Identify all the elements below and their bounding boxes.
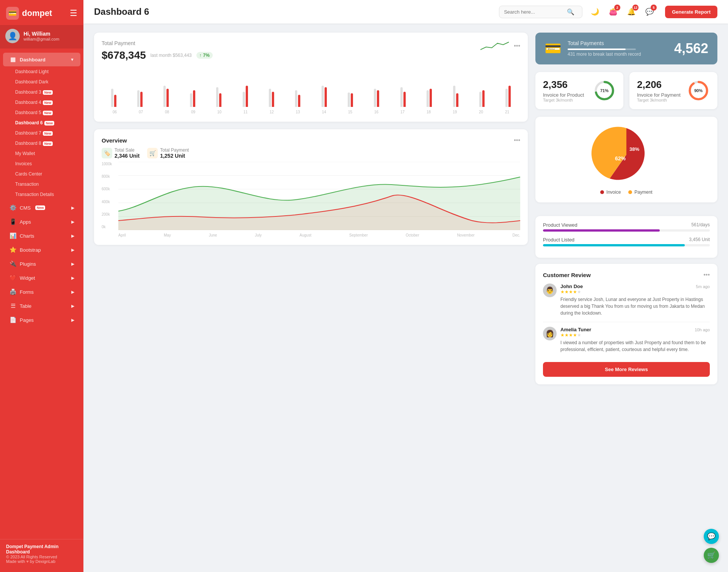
- bar-label-2: 08: [154, 110, 180, 114]
- topbar-icons: 🌙 👛 2 🔔 12 💬 5 Generate Report: [588, 5, 717, 18]
- payment-dot: [628, 190, 632, 194]
- sidebar-item-forms[interactable]: 🖨️ Forms ▶: [3, 285, 80, 299]
- cart-float-button[interactable]: 🛒: [704, 548, 719, 563]
- bar-chart-area: 06070809101112131415161718192021: [102, 69, 520, 114]
- support-float-button[interactable]: 💬: [704, 529, 719, 544]
- sidebar-logo[interactable]: 💳 dompet: [6, 7, 52, 20]
- y-axis: 1000k 800k 600k 400k 200k 0k: [102, 162, 118, 237]
- sidebar-item-invoices[interactable]: Invoices: [3, 159, 80, 169]
- review-item-2: 👩 Amelia Tuner 10h ago ★★★★★ I viewed a …: [543, 327, 710, 353]
- sidebar-item-cards-center[interactable]: Cards Center: [3, 169, 80, 179]
- banner-progress: [568, 49, 636, 50]
- sidebar-item-dashboard-5[interactable]: Dashboard 5New: [3, 108, 80, 118]
- sidebar-item-table[interactable]: ☰ Table ▶: [3, 299, 80, 313]
- product-listed-label: Product Listed: [543, 237, 574, 243]
- sidebar-item-dashboard[interactable]: ▦ Dashboard ▼: [3, 53, 80, 66]
- bar-label-13: 19: [442, 110, 468, 114]
- trend-sparkline: [480, 40, 511, 52]
- forms-icon: 🖨️: [9, 288, 17, 295]
- forms-arrow: ▶: [71, 290, 74, 295]
- y-label-1000k: 1000k: [102, 162, 117, 166]
- red-bar-7: [298, 95, 300, 107]
- sidebar-item-dashboard-4[interactable]: Dashboard 4New: [3, 97, 80, 107]
- x-august: August: [300, 233, 311, 237]
- bar-label-4: 10: [206, 110, 232, 114]
- card-title: Total Payment: [102, 40, 213, 46]
- product-listed-row: Product Listed 3,456 Unit: [543, 237, 710, 246]
- overview-legend: 🏷️ Total Sale 2,346 Unit 🛒 Total Payment…: [102, 147, 520, 159]
- red-bar-5: [246, 86, 248, 107]
- apps-icon: 📱: [9, 218, 17, 225]
- page-title: Dashboard 6: [94, 6, 499, 17]
- moon-icon: 🌙: [591, 8, 599, 16]
- overview-more-icon[interactable]: •••: [514, 137, 520, 144]
- bar-group-5: [233, 86, 257, 107]
- sidebar-item-dashboard-3[interactable]: Dashboard 3New: [3, 87, 80, 97]
- table-icon: ☰: [9, 302, 17, 309]
- sidebar-item-transaction-details[interactable]: Transaction Details: [3, 190, 80, 199]
- sidebar-user: 👤 Hi, William william@gmail.com: [0, 25, 83, 49]
- product-viewed-fill: [543, 229, 660, 232]
- notification-button[interactable]: 🔔 12: [625, 5, 638, 18]
- cart-icon: 🛒: [707, 551, 715, 559]
- reviewer-avatar-1: 👨: [543, 284, 557, 297]
- content-grid: Total Payment $678,345 last month $563,4…: [94, 33, 717, 384]
- search-box[interactable]: 🔍: [499, 6, 582, 18]
- sale-icon: 🏷️: [102, 148, 112, 158]
- generate-report-button[interactable]: Generate Report: [665, 6, 717, 18]
- invoice-payment-sub: Target 3k/month: [637, 98, 681, 102]
- sidebar-item-pages[interactable]: 📄 Pages ▶: [3, 313, 80, 327]
- bar-group-10: [365, 89, 389, 107]
- bar-group-14: [470, 90, 494, 107]
- invoice-product-donut: 71%: [593, 79, 616, 102]
- plugins-icon: 🔌: [9, 260, 17, 267]
- pages-icon: 📄: [9, 317, 17, 323]
- bar-group-0: [102, 89, 126, 107]
- last-month: last month $563,443: [151, 53, 192, 58]
- bootstrap-arrow: ▶: [71, 248, 74, 252]
- bar-group-3: [180, 90, 204, 107]
- bar-label-8: 14: [311, 110, 337, 114]
- product-listed-value: 3,456 Unit: [689, 237, 710, 243]
- sidebar-item-apps[interactable]: 📱 Apps ▶: [3, 215, 80, 229]
- sidebar-footer: Dompet Payment Admin Dashboard © 2023 Al…: [0, 539, 83, 566]
- review-title: Customer Review: [543, 272, 591, 278]
- gray-bar-0: [111, 89, 113, 107]
- dashboard-icon: ▦: [9, 56, 17, 63]
- banner-sub: 431 more to break last month record: [568, 52, 668, 57]
- notification-badge: 12: [632, 5, 639, 11]
- search-input[interactable]: [504, 9, 565, 15]
- sidebar-item-dashboard-dark[interactable]: Dashboard Dark: [3, 77, 80, 87]
- sidebar-item-cms[interactable]: ⚙️ CMS New ▶: [3, 201, 80, 215]
- svg-text:38%: 38%: [629, 146, 639, 152]
- sidebar-item-widget[interactable]: ❤️ Widget ▶: [3, 271, 80, 285]
- bar-label-14: 20: [468, 110, 494, 114]
- y-label-0k: 0k: [102, 225, 117, 229]
- review-item-1: 👨 John Doe 5m ago ★★★★★ Friendly service…: [543, 284, 710, 317]
- sidebar-item-dashboard-8[interactable]: Dashboard 8New: [3, 138, 80, 148]
- invoice-payment-num: 2,206: [637, 79, 681, 91]
- theme-toggle-button[interactable]: 🌙: [588, 5, 601, 18]
- gray-bar-8: [322, 86, 324, 107]
- sidebar-item-dashboard-light[interactable]: Dashboard Light: [3, 67, 80, 77]
- sidebar-item-bootstrap[interactable]: ⭐ Bootstrap ▶: [3, 243, 80, 257]
- total-payment-card: Total Payment $678,345 last month $563,4…: [94, 33, 528, 122]
- sidebar-item-plugins[interactable]: 🔌 Plugins ▶: [3, 257, 80, 271]
- bar-label-9: 15: [337, 110, 363, 114]
- sidebar-item-dashboard-7[interactable]: Dashboard 7New: [3, 128, 80, 138]
- sidebar-item-transaction[interactable]: Transaction: [3, 179, 80, 189]
- bar-pair-11: [400, 87, 406, 107]
- x-april: April: [118, 233, 126, 237]
- gray-bar-10: [374, 89, 376, 107]
- total-payments-banner: 💳 Total Payments 431 more to break last …: [535, 33, 717, 64]
- see-more-reviews-button[interactable]: See More Reviews: [543, 362, 710, 377]
- bar-pair-0: [111, 89, 116, 107]
- sidebar-item-my-wallet[interactable]: My Wallet: [3, 149, 80, 158]
- hamburger-icon[interactable]: ☰: [70, 8, 77, 18]
- review-more-icon[interactable]: •••: [703, 271, 710, 278]
- more-options-icon[interactable]: •••: [514, 42, 520, 49]
- sidebar-item-dashboard-6[interactable]: Dashboard 6New: [3, 118, 80, 128]
- chat-button[interactable]: 💬 5: [643, 5, 656, 18]
- wallet-button[interactable]: 👛 2: [607, 5, 620, 18]
- sidebar-item-charts[interactable]: 📊 Charts ▶: [3, 229, 80, 243]
